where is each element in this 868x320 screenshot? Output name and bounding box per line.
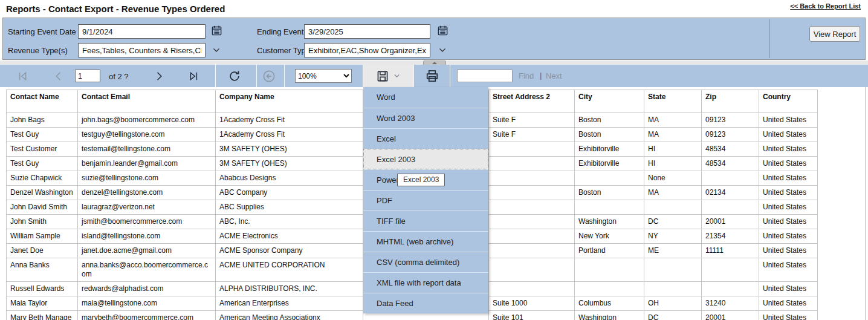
table-cell: 48534 [702, 142, 759, 157]
table-cell: Portland [575, 244, 644, 258]
table-cell: HI [644, 157, 702, 171]
table-cell: 20001 [702, 215, 759, 229]
page-number-input[interactable] [75, 70, 100, 82]
table-cell [702, 258, 759, 282]
table-cell [575, 258, 644, 282]
customer-types-input[interactable] [304, 43, 430, 57]
table-cell [575, 171, 644, 186]
export-menu-item-excel[interactable]: Excel [363, 128, 488, 149]
table-cell: Boston [575, 113, 644, 128]
table-cell: United States [759, 142, 818, 157]
starting-date-calendar-button[interactable] [210, 25, 222, 37]
revenue-types-label: Revenue Type(s) [8, 46, 68, 55]
table-cell [489, 215, 575, 229]
table-cell: Suite 101 [489, 311, 575, 320]
ending-event-date-input[interactable] [304, 24, 430, 39]
find-link[interactable]: Find [519, 71, 534, 80]
table-cell: Test Customer [7, 142, 78, 157]
refresh-button[interactable] [225, 67, 244, 85]
next-link[interactable]: Next [546, 71, 562, 80]
refresh-icon [228, 70, 241, 83]
table-cell: denzel@tellingstone.com [78, 186, 216, 200]
table-cell: redwards@alphadist.com [78, 282, 216, 296]
column-header: Company Name [216, 90, 363, 113]
print-button[interactable] [422, 67, 442, 85]
table-cell: benjamin.leander@gmail.com [78, 157, 216, 171]
next-page-button[interactable] [150, 67, 168, 85]
table-cell: United States [759, 186, 818, 200]
panel-divider [769, 19, 770, 58]
export-menu-item-tiff-file[interactable]: TIFF file [363, 211, 488, 231]
export-menu-item-data-feed[interactable]: Data Feed [363, 293, 488, 313]
starting-event-date-input[interactable] [78, 24, 206, 39]
table-cell: NY [644, 229, 702, 244]
find-input[interactable] [457, 70, 513, 82]
ending-date-calendar-button[interactable] [436, 25, 449, 37]
view-report-button[interactable]: View Report [809, 26, 860, 42]
table-cell: Maia Taylor [7, 296, 78, 311]
calendar-icon [437, 25, 449, 36]
params-splitter [0, 60, 868, 65]
table-cell: 1Academy Cross Fit [216, 128, 363, 142]
revenue-types-dropdown-button[interactable] [210, 45, 222, 57]
table-cell [575, 200, 644, 215]
last-page-button[interactable] [185, 67, 203, 85]
report-toolbar: of 2 ? 100% Find | Next [0, 65, 868, 87]
previous-page-icon [53, 70, 65, 82]
export-menu-item-xml-file-with-report-data[interactable]: XML file with report data [363, 272, 488, 293]
zoom-select[interactable]: 100% [295, 69, 352, 83]
table-cell: United States [759, 113, 818, 128]
table-cell: Washington [575, 311, 644, 320]
export-menu-item-pdf[interactable]: PDF [363, 190, 488, 211]
find-next-divider: | [540, 71, 542, 80]
page-header: Reports - Contact Export - Revenue Types… [0, 0, 868, 18]
first-page-button[interactable] [13, 67, 31, 85]
export-button[interactable] [363, 65, 413, 87]
chevron-down-icon [438, 45, 447, 55]
table-cell: John Bags [7, 113, 78, 128]
table-cell [575, 282, 644, 296]
export-menu-item-excel-2003[interactable]: Excel 2003 [363, 149, 488, 169]
toolbar-separator [413, 65, 414, 87]
export-menu-item-word-2003[interactable]: Word 2003 [363, 108, 488, 128]
export-menu-item-csv-comma-delimited-[interactable]: CSV (comma delimited) [363, 252, 488, 272]
table-cell: Suite F [489, 128, 575, 142]
export-menu-item-word[interactable]: Word [363, 87, 488, 108]
table-cell: 21354 [702, 229, 759, 244]
table-cell: United States [759, 258, 818, 282]
table-cell: United States [759, 157, 818, 171]
back-button[interactable] [260, 67, 278, 85]
table-cell: Denzel Washington [7, 186, 78, 200]
table-cell: ALPHA DISTRIBUTORS, INC. [216, 282, 363, 296]
print-icon [425, 69, 439, 83]
column-header: Street Address 2 [489, 90, 575, 113]
previous-page-button[interactable] [50, 67, 68, 85]
last-page-icon [188, 70, 200, 82]
table-cell: marybeth@boomercommerce.com [78, 311, 216, 320]
customer-types-dropdown-button[interactable] [436, 45, 449, 57]
table-cell: United States [759, 282, 818, 296]
table-cell [489, 186, 575, 200]
table-cell [702, 171, 759, 186]
table-cell: Suzie Chapwick [7, 171, 78, 186]
table-cell: 11111 [702, 244, 759, 258]
table-cell: United States [759, 244, 818, 258]
table-cell: suzie@tellingstone.com [78, 171, 216, 186]
table-cell: Test Guy [7, 128, 78, 142]
table-cell: 20001 [702, 311, 759, 320]
chevron-down-icon [393, 72, 401, 80]
export-menu: WordWord 2003ExcelExcel 2003PowerPointPD… [363, 87, 488, 313]
table-cell: Columbus [575, 296, 644, 311]
table-cell [644, 200, 702, 215]
export-menu-item-mhtml-web-archive-[interactable]: MHTML (web archive) [363, 231, 488, 252]
table-cell: Janet Doe [7, 244, 78, 258]
first-page-icon [16, 70, 28, 82]
page-title: Reports - Contact Export - Revenue Types… [6, 4, 225, 14]
table-cell: American Meeting Associationx [216, 311, 363, 320]
table-cell [489, 229, 575, 244]
table-cell: United States [759, 215, 818, 229]
back-to-report-list-link[interactable]: << Back to Report List [790, 2, 861, 10]
revenue-types-input[interactable] [78, 43, 206, 57]
table-cell: maia@tellingstone.com [78, 296, 216, 311]
table-cell: Boston [575, 128, 644, 142]
